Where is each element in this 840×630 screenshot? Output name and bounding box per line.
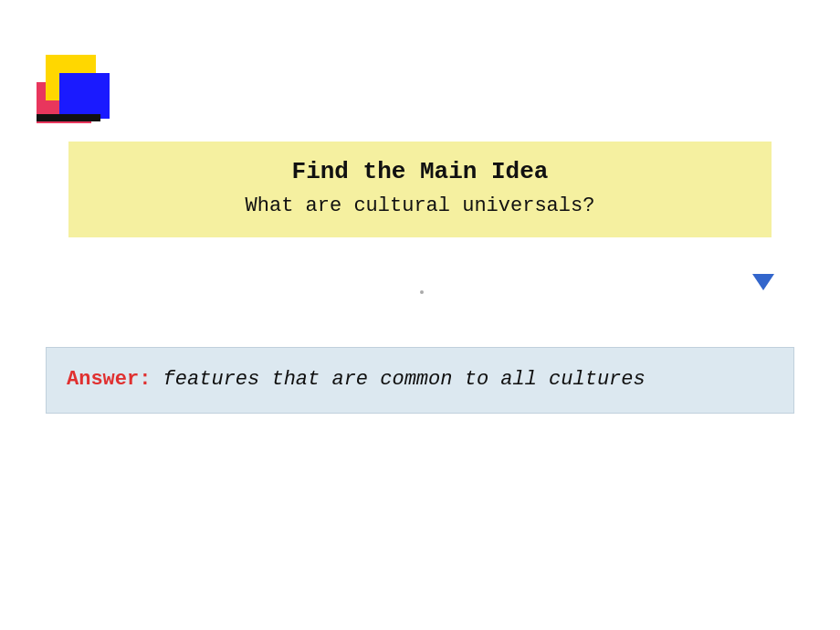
dot-decoration (420, 290, 424, 294)
arrow-indicator (752, 274, 774, 290)
shape-black-bar (37, 114, 100, 121)
answer-text: Answer: features that are common to all … (67, 364, 773, 394)
answer-box: Answer: features that are common to all … (46, 347, 794, 414)
decorative-corner (37, 55, 128, 146)
shape-blue (59, 73, 110, 119)
subtitle: What are cultural universals? (96, 194, 744, 217)
header-box: Find the Main Idea What are cultural uni… (68, 142, 772, 237)
answer-label: Answer: (67, 368, 151, 391)
answer-body: features that are common to all cultures (151, 368, 645, 391)
main-title: Find the Main Idea (96, 158, 744, 185)
